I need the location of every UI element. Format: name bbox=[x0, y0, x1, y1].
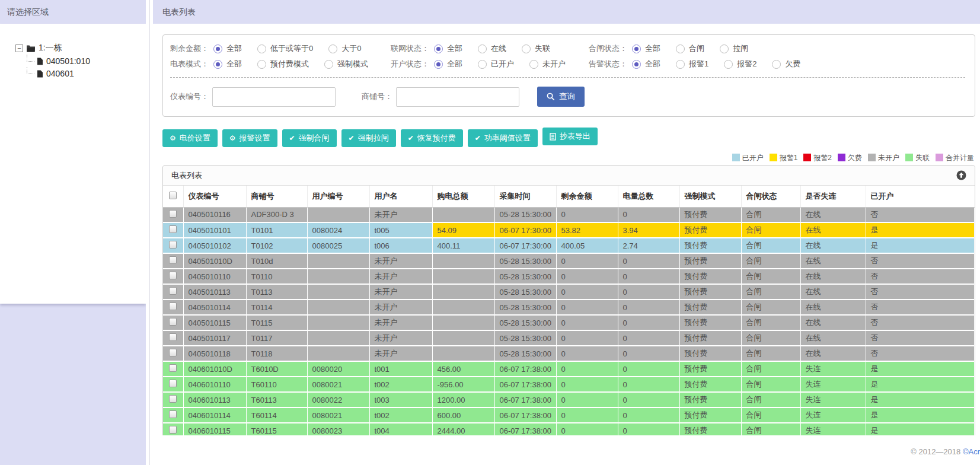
remaining-amount-option-2[interactable]: 大于0 bbox=[328, 43, 361, 54]
radio-icon[interactable] bbox=[772, 60, 781, 69]
radio-icon[interactable] bbox=[478, 44, 487, 53]
switch-status-option-2[interactable]: 拉闸 bbox=[720, 43, 748, 54]
radio-icon[interactable] bbox=[522, 44, 531, 53]
restore-prepaid-button[interactable]: ✔恢复预付费 bbox=[401, 129, 463, 147]
table-cell: 05-28 15:30:00 bbox=[494, 346, 556, 361]
tree-item[interactable]: 040501:010 bbox=[27, 56, 142, 66]
table-cell: 预付费 bbox=[679, 330, 741, 346]
table-cell: 0 bbox=[556, 330, 618, 346]
radio-icon[interactable] bbox=[720, 44, 729, 53]
switch-status-option-1[interactable]: 合闸 bbox=[676, 43, 704, 54]
radio-icon[interactable] bbox=[632, 60, 641, 69]
alarm-status-option-2[interactable]: 报警2 bbox=[724, 59, 756, 69]
table-cell: t005 bbox=[369, 222, 432, 238]
radio-icon[interactable] bbox=[529, 60, 538, 69]
force-open-switch-button[interactable]: ✔强制拉闸 bbox=[341, 129, 396, 147]
row-checkbox[interactable] bbox=[169, 256, 177, 264]
row-checkbox[interactable] bbox=[169, 241, 177, 249]
radio-icon[interactable] bbox=[676, 60, 685, 69]
radio-icon[interactable] bbox=[213, 60, 222, 69]
meter-number-label: 仪表编号： bbox=[170, 91, 209, 102]
row-checkbox[interactable] bbox=[169, 349, 177, 356]
radio-icon[interactable] bbox=[676, 44, 685, 53]
radio-icon[interactable] bbox=[478, 60, 487, 69]
radio-icon[interactable] bbox=[434, 44, 443, 53]
row-checkbox[interactable] bbox=[169, 287, 177, 295]
row-checkbox[interactable] bbox=[169, 225, 177, 233]
row-checkbox[interactable] bbox=[169, 410, 177, 418]
row-checkbox[interactable] bbox=[169, 395, 177, 403]
radio-icon[interactable] bbox=[324, 60, 333, 69]
alarm-status-option-1[interactable]: 报警1 bbox=[676, 59, 708, 69]
shop-number-label: 商铺号： bbox=[362, 91, 392, 102]
force-close-switch-button[interactable]: ✔强制合闸 bbox=[282, 129, 337, 147]
network-status-option-0[interactable]: 全部 bbox=[434, 43, 462, 54]
tree-item[interactable]: 040601 bbox=[27, 69, 142, 78]
remaining-amount-option-0[interactable]: 全部 bbox=[213, 43, 242, 54]
radio-icon[interactable] bbox=[632, 44, 641, 53]
network-status-option-2[interactable]: 失联 bbox=[522, 43, 550, 54]
select-all-checkbox[interactable] bbox=[169, 192, 177, 199]
radio-icon[interactable] bbox=[434, 60, 443, 69]
meter-table: 仪表编号商铺号用户编号用户名购电总额采集时间剩余金额电量总数强制模式合闸状态是否… bbox=[163, 186, 975, 436]
table-cell: 06-07 17:38:00 bbox=[494, 407, 556, 423]
table-row: 0405010114T0114未开户05-28 15:30:0000预付费合闸在… bbox=[163, 300, 975, 315]
tree-item-label[interactable]: 040601 bbox=[46, 69, 74, 78]
row-checkbox[interactable] bbox=[169, 272, 177, 279]
alarm-settings-button[interactable]: ⚙报警设置 bbox=[222, 129, 277, 147]
network-status-option-1[interactable]: 在线 bbox=[478, 43, 506, 54]
row-checkbox[interactable] bbox=[169, 426, 177, 434]
account-status-option-0[interactable]: 全部 bbox=[434, 59, 462, 69]
collapse-panel-icon[interactable] bbox=[956, 170, 966, 180]
row-checkbox[interactable] bbox=[169, 318, 177, 326]
tree-collapse-toggle[interactable]: − bbox=[15, 44, 23, 52]
toolbar: ⚙电价设置⚙报警设置✔强制合闸✔强制拉闸✔恢复预付费✔功率阈值设置抄表导出 bbox=[162, 128, 975, 147]
radio-icon[interactable] bbox=[257, 60, 266, 69]
table-cell: 预付费 bbox=[679, 392, 741, 407]
row-checkbox[interactable] bbox=[169, 302, 177, 310]
power-threshold-settings-button[interactable]: ✔功率阈值设置 bbox=[468, 129, 538, 147]
row-checkbox[interactable] bbox=[169, 210, 177, 218]
table-cell: 600.00 bbox=[432, 407, 494, 423]
column-header-6: 剩余金额 bbox=[556, 186, 618, 208]
column-header-4: 购电总额 bbox=[432, 186, 494, 208]
table-cell bbox=[432, 330, 494, 346]
copyright-link[interactable]: ©Acr bbox=[963, 447, 980, 456]
footer: © 2012—2018 ©Acr bbox=[153, 435, 980, 465]
meter-mode-option-1[interactable]: 预付费模式 bbox=[257, 59, 309, 69]
shop-number-input[interactable] bbox=[396, 87, 519, 107]
meter-mode-option-2[interactable]: 强制模式 bbox=[324, 59, 368, 69]
radio-icon[interactable] bbox=[257, 44, 266, 53]
row-checkbox[interactable] bbox=[169, 364, 177, 372]
meter-table-panel: 电表列表 仪表编号商铺号用户编号用户名购电总额采集时间剩余金额电量总数强制模式合… bbox=[162, 165, 975, 436]
account-status-option-2[interactable]: 未开户 bbox=[529, 59, 566, 69]
table-header-row: 仪表编号商铺号用户编号用户名购电总额采集时间剩余金额电量总数强制模式合闸状态是否… bbox=[163, 186, 975, 208]
table-cell: T60115 bbox=[246, 423, 307, 435]
table-cell: 预付费 bbox=[679, 315, 741, 330]
radio-option-label: 全部 bbox=[226, 59, 242, 69]
row-checkbox[interactable] bbox=[169, 333, 177, 341]
query-button[interactable]: 查询 bbox=[537, 87, 585, 107]
alarm-status-option-3[interactable]: 欠费 bbox=[772, 59, 800, 69]
radio-icon[interactable] bbox=[328, 44, 337, 53]
meter-number-input[interactable] bbox=[212, 87, 336, 107]
radio-icon[interactable] bbox=[213, 44, 222, 53]
radio-icon[interactable] bbox=[724, 60, 733, 69]
table-cell: 0406010113 bbox=[183, 392, 246, 407]
account-status-option-1[interactable]: 已开户 bbox=[478, 59, 514, 69]
row-checkbox[interactable] bbox=[169, 380, 177, 387]
remaining-amount-option-1[interactable]: 低于或等于0 bbox=[257, 43, 313, 54]
tree-root-node[interactable]: − 1:一栋 bbox=[15, 43, 142, 53]
tree-item-label[interactable]: 040501:010 bbox=[46, 56, 90, 66]
alarm-status-option-0[interactable]: 全部 bbox=[632, 59, 660, 69]
switch-status-option-0[interactable]: 全部 bbox=[632, 43, 660, 54]
meter-mode-option-0[interactable]: 全部 bbox=[213, 59, 242, 69]
meter-export-button[interactable]: 抄表导出 bbox=[542, 128, 598, 145]
table-cell: 0405010110 bbox=[183, 269, 246, 284]
table-cell: 0406010114 bbox=[183, 407, 246, 423]
tree-root-label[interactable]: 1:一栋 bbox=[39, 43, 62, 53]
table-cell: 预付费 bbox=[679, 423, 741, 435]
table-panel-header: 电表列表 bbox=[163, 166, 975, 186]
table-cell: 0405010101 bbox=[183, 222, 246, 238]
price-settings-button[interactable]: ⚙电价设置 bbox=[162, 129, 218, 147]
